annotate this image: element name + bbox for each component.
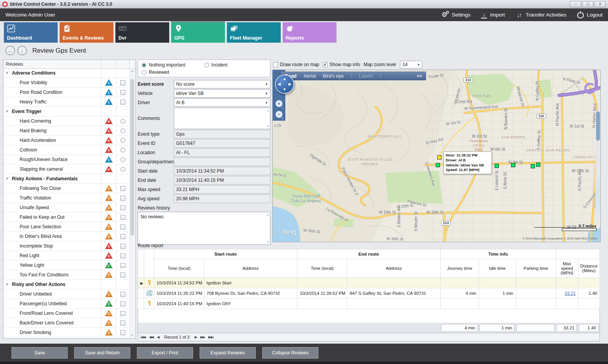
route-point-marker[interactable] [495, 164, 499, 168]
collapse-arrow-icon[interactable]: ▾ [6, 283, 8, 286]
review-checkbox[interactable] [120, 196, 125, 201]
pan-right-icon[interactable]: ▶ [288, 82, 292, 86]
review-item-row[interactable]: Incomplete Stop4 [3, 241, 130, 251]
show-map-info-checkbox[interactable]: ✓ [323, 62, 328, 67]
driver-select[interactable]: Al B▼ [174, 98, 270, 107]
review-checkbox[interactable] [120, 301, 125, 306]
review-checkbox[interactable] [120, 186, 125, 191]
review-item-row[interactable]: Rough/Uneven Surface1 [3, 155, 130, 165]
export-print-button[interactable]: Export / Print [137, 347, 193, 359]
collapse-arrow-icon[interactable]: ▾ [6, 71, 8, 75]
down-button[interactable]: ↓ [17, 46, 27, 55]
review-item-row[interactable]: Failed to Keep an Out3 [3, 213, 130, 222]
route-report-row[interactable]: 10/3/2014 11:35:22 PM708 Bynner Dr, San … [138, 288, 600, 299]
vehicle-select[interactable]: idrive Van SB▼ [174, 89, 270, 98]
review-item-row[interactable]: Poor Visibility1 [3, 78, 130, 88]
route-report-row[interactable]: ▶10/3/2014 11:34:52 PMIgnition Start [138, 278, 600, 288]
status-option-reviewed[interactable]: Reviewed [142, 70, 204, 75]
review-group-row[interactable]: Event Trigger▾ [3, 107, 130, 116]
map-style-aerial[interactable]: Aerial [303, 73, 316, 79]
previous-record-button[interactable]: ◀ [157, 335, 159, 339]
review-checkbox[interactable] [120, 292, 125, 297]
route-point-marker[interactable] [531, 164, 535, 168]
max-speed-link[interactable]: 33.21 [565, 291, 576, 296]
tab-events-reviews[interactable]: Events & Reviews [60, 22, 113, 43]
route-report-row[interactable]: 10/3/2014 11:40:15 PMIgnition OFF [138, 299, 600, 309]
minimize-button[interactable]: — [570, 1, 581, 7]
scrollbar-thumb[interactable] [130, 79, 134, 236]
review-item-row[interactable]: Driver Smoking3 [3, 328, 130, 337]
draw-route-option[interactable]: Draw route on map [273, 62, 319, 67]
save-and-return-button[interactable]: Save and Return [74, 347, 130, 359]
review-item-row[interactable]: Slapping the camera!4 [3, 165, 130, 174]
review-checkbox[interactable] [120, 224, 125, 229]
status-option-incident[interactable]: Incident [204, 62, 267, 68]
tab-gps[interactable]: GPS [171, 22, 225, 43]
next-record-button[interactable]: ▶ [195, 335, 197, 339]
map-scrollbar[interactable] [595, 110, 600, 221]
scroll-up-icon[interactable]: ▲ [267, 109, 269, 112]
map-style-bird-s-eye[interactable]: Bird's eye [323, 73, 344, 79]
review-item-row[interactable]: Too Fast For Conditions3 [3, 270, 130, 280]
map-zoom-out-button[interactable]: − [275, 111, 283, 118]
first-record-button[interactable]: |◀◀ [140, 335, 145, 339]
map-zoom-level-select[interactable]: 14 ▼ [400, 61, 422, 68]
review-checkbox[interactable] [120, 205, 125, 210]
review-checkbox[interactable] [120, 263, 125, 268]
review-item-row[interactable]: Hard Acceleration4 [3, 136, 130, 145]
review-checkbox[interactable] [120, 100, 125, 105]
scroll-down-icon[interactable]: ▼ [267, 125, 269, 128]
route-point-marker[interactable] [536, 163, 540, 167]
prior-page-button[interactable]: ◀◀ [149, 335, 153, 339]
review-item-row[interactable]: Poor Road Condition1 [3, 88, 130, 97]
review-group-row[interactable]: Risky and Other Actions▾ [3, 280, 130, 289]
collapse-navbar-button[interactable]: << [416, 73, 422, 79]
status-option-nothing-important[interactable]: Nothing important [142, 62, 204, 68]
review-item-row[interactable]: Heavy Traffic1 [3, 97, 130, 107]
reviews-scrollbar[interactable]: ▲ ▼ [129, 69, 135, 338]
review-item-row[interactable]: Hard Braking4 [3, 126, 130, 136]
topbar-action-import[interactable]: Import [481, 12, 505, 18]
topbar-action-settings[interactable]: Settings [440, 11, 471, 19]
review-item-row[interactable]: Collision4 [3, 145, 130, 155]
pan-left-icon[interactable]: ◀ [278, 82, 281, 86]
collapse-arrow-icon[interactable]: ▾ [6, 110, 8, 113]
draw-route-checkbox[interactable] [273, 62, 278, 67]
review-checkbox[interactable] [120, 321, 125, 326]
pan-down-icon[interactable]: ▼ [283, 88, 287, 91]
scroll-up-icon[interactable]: ▲ [267, 213, 269, 216]
close-button[interactable]: ✕ [595, 1, 606, 7]
route-start-marker[interactable] [437, 155, 441, 160]
review-checkbox[interactable] [120, 90, 125, 95]
review-item-row[interactable]: Driver Unbelted3 [3, 289, 130, 299]
event-score-select[interactable]: No score▼ [174, 80, 270, 88]
review-item-row[interactable]: Passenger(s) Unbelted2 [3, 299, 130, 309]
map-zoom-in-button[interactable]: + [275, 100, 283, 107]
status-radio[interactable] [204, 63, 209, 68]
review-item-row[interactable]: In Other's Blind Area3 [3, 232, 130, 241]
save-button[interactable]: Save [12, 347, 68, 359]
map-style-labels[interactable]: Labels▲ [359, 73, 373, 79]
review-radio[interactable] [120, 138, 125, 143]
review-radio[interactable] [120, 157, 125, 162]
scroll-up-icon[interactable]: ▲ [130, 69, 135, 73]
status-radio[interactable] [142, 63, 147, 68]
review-item-row[interactable]: Back/Driver Lens Covered3 [3, 318, 130, 328]
review-item-row[interactable]: Hard Cornering4 [3, 116, 130, 126]
review-radio[interactable] [120, 167, 125, 172]
topbar-action-transfer-activities[interactable]: Transfer Activities [516, 12, 566, 18]
status-radio[interactable] [142, 70, 147, 75]
maximize-button[interactable]: ▢ [582, 1, 593, 7]
map-pan-compass[interactable]: ▲ ▼ ◀ ▶ [275, 75, 294, 94]
next-page-button[interactable]: ▶▶ [200, 335, 205, 339]
review-group-row[interactable]: Risky Actions - Fundamentals▾ [3, 174, 130, 184]
review-item-row[interactable]: Yellow Light2 [3, 261, 130, 270]
route-point-marker[interactable] [436, 163, 440, 167]
review-checkbox[interactable] [120, 330, 125, 335]
scroll-down-icon[interactable]: ▼ [130, 334, 135, 337]
reviews-history-box[interactable]: No reviews ▲ ▼ [138, 212, 270, 245]
comments-textarea[interactable]: ▲▼ [174, 108, 270, 129]
review-checkbox[interactable] [120, 215, 125, 220]
tab-fleet-manager[interactable]: Fleet Manager [227, 22, 281, 43]
expand-reviews-button[interactable]: Expand Reviews [200, 347, 256, 359]
